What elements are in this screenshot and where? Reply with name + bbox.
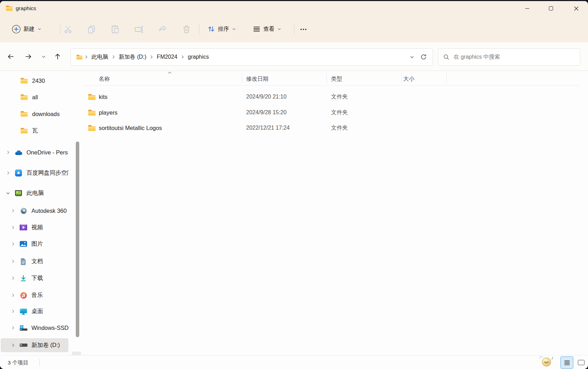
items-count: 3 个项目: [8, 359, 28, 367]
up-icon: [54, 53, 61, 60]
file-row-players[interactable]: players 2024/9/28 15:20 文件夹: [84, 105, 447, 120]
rename-button[interactable]: [133, 23, 145, 35]
column-header-name[interactable]: 名称: [99, 75, 110, 83]
breadcrumb-fm2024[interactable]: FM2024: [155, 52, 179, 62]
file-row-sortitoutsi-metallic-logos[interactable]: sortitoutsi Metallic Logos 2022/12/21 17…: [84, 120, 447, 136]
chevron-right-icon[interactable]: [10, 276, 15, 280]
main-area: 2430 all downloads 瓦 OneDrive - Pers: [0, 71, 588, 355]
forward-icon: [24, 53, 32, 60]
breadcrumb-this-pc[interactable]: 此电脑: [89, 51, 110, 63]
column-separator[interactable]: [446, 73, 447, 84]
speed-ball-widget[interactable]: bps: [542, 357, 551, 367]
sidebar-item-documents[interactable]: 文档: [1, 254, 68, 268]
sidebar-item-baidu-netdisk[interactable]: 百度网盘同步空间: [1, 166, 68, 180]
column-separator[interactable]: [326, 73, 327, 84]
sort-label: 排序: [218, 26, 229, 33]
close-button[interactable]: [568, 1, 584, 16]
titlebar[interactable]: graphics: [0, 1, 588, 16]
copy-button[interactable]: [86, 23, 97, 35]
chevron-right-icon[interactable]: [10, 309, 15, 313]
sidebar-item-wa[interactable]: 瓦: [1, 124, 68, 138]
chevron-right-icon[interactable]: [10, 242, 15, 246]
paste-button[interactable]: [109, 23, 121, 35]
thumbnail-view-button[interactable]: [575, 356, 588, 369]
cut-button[interactable]: [62, 23, 74, 35]
sidebar-item-this-pc[interactable]: 此电脑: [1, 186, 68, 200]
plus-circle-icon: [12, 25, 21, 34]
column-separator[interactable]: [242, 73, 242, 84]
chevron-right-icon: [181, 55, 184, 59]
more-icon: [300, 26, 307, 33]
details-view-button[interactable]: [560, 356, 573, 369]
chevron-right-icon[interactable]: [10, 225, 15, 230]
chevron-right-icon[interactable]: [10, 209, 15, 213]
sidebar-scrollbar-thumb[interactable]: [76, 142, 79, 337]
maximize-button[interactable]: [543, 1, 559, 16]
this-pc-icon: [14, 190, 23, 197]
column-separator[interactable]: [402, 73, 402, 84]
search-input[interactable]: [454, 54, 575, 60]
chevron-right-icon[interactable]: [10, 326, 15, 330]
chevron-right-icon[interactable]: [10, 259, 15, 263]
file-explorer-window: graphics 新建: [0, 1, 588, 369]
speed-ball-text: bps: [544, 361, 549, 363]
copy-icon: [87, 25, 96, 34]
column-header-row: 名称 修改日期 类型 大小: [84, 71, 580, 86]
paste-icon: [111, 25, 120, 34]
sidebar-item-videos[interactable]: 视频: [1, 220, 68, 234]
address-dropdown-button[interactable]: [410, 55, 414, 59]
baidu-netdisk-icon: [14, 169, 23, 177]
breadcrumb[interactable]: 此电脑 新加卷 (D:) FM2024 graphics: [71, 48, 433, 66]
sidebar-item-all[interactable]: all: [1, 90, 68, 104]
sidebar-item-windows-ssd[interactable]: Windows-SSD: [1, 321, 68, 335]
chevron-down-icon: [232, 27, 236, 31]
minimize-button[interactable]: [519, 1, 535, 16]
toolbar-separator: [199, 24, 199, 35]
sidebar-item-autodesk-360[interactable]: Autodesk 360: [1, 204, 68, 218]
sidebar-item-downloads[interactable]: 下载: [1, 271, 68, 285]
chevron-right-icon[interactable]: [10, 343, 15, 347]
sidebar-item-pictures[interactable]: 图片: [1, 237, 68, 251]
maximize-icon: [549, 6, 553, 10]
sidebar-item-music[interactable]: 音乐: [1, 288, 68, 302]
new-button[interactable]: 新建: [9, 21, 44, 37]
folder-icon: [20, 127, 29, 134]
status-bar: 3 个项目 bps: [0, 355, 588, 369]
forward-button[interactable]: [22, 50, 35, 63]
sidebar-item-downloads-folder[interactable]: downloads: [1, 107, 68, 121]
breadcrumb-drive-d[interactable]: 新加卷 (D:): [117, 51, 148, 63]
navigation-pane: 2430 all downloads 瓦 OneDrive - Pers: [0, 71, 81, 355]
column-header-date[interactable]: 修改日期: [246, 75, 269, 83]
chevron-down-icon: [410, 55, 414, 59]
breadcrumb-graphics[interactable]: graphics: [186, 52, 211, 62]
view-icon: [253, 25, 260, 33]
share-button[interactable]: [157, 23, 169, 35]
folder-icon: [76, 54, 83, 60]
chevron-down-icon[interactable]: [6, 191, 10, 195]
sidebar-item-desktop[interactable]: 桌面: [1, 304, 68, 318]
file-row-kits[interactable]: kits 2024/9/20 21:10 文件夹: [84, 89, 447, 104]
chevron-right-icon[interactable]: [6, 150, 10, 154]
chevron-right-icon: [112, 55, 115, 59]
toolbar-separator: [294, 24, 294, 35]
history-dropdown-button[interactable]: [37, 50, 50, 63]
chevron-right-icon[interactable]: [10, 293, 15, 297]
sort-button[interactable]: 排序: [205, 21, 239, 37]
chevron-right-icon[interactable]: [6, 171, 10, 175]
sidebar-item-onedrive[interactable]: OneDrive - Pers: [1, 145, 68, 159]
folder-icon: [20, 77, 29, 84]
folder-icon: [5, 5, 13, 12]
sidebar-item-2430[interactable]: 2430: [1, 74, 68, 88]
column-header-type[interactable]: 类型: [331, 75, 342, 83]
up-button[interactable]: [51, 50, 64, 63]
delete-button[interactable]: [181, 23, 192, 35]
refresh-button[interactable]: [420, 53, 427, 60]
chevron-down-icon: [41, 54, 46, 59]
sidebar-item-drive-d[interactable]: 新加卷 (D:): [1, 338, 68, 352]
column-header-size[interactable]: 大小: [403, 75, 414, 83]
back-button[interactable]: [4, 50, 17, 63]
status-separator: [39, 359, 40, 366]
view-button[interactable]: 查看: [250, 21, 284, 37]
back-icon: [7, 53, 15, 60]
more-button[interactable]: [297, 23, 309, 35]
